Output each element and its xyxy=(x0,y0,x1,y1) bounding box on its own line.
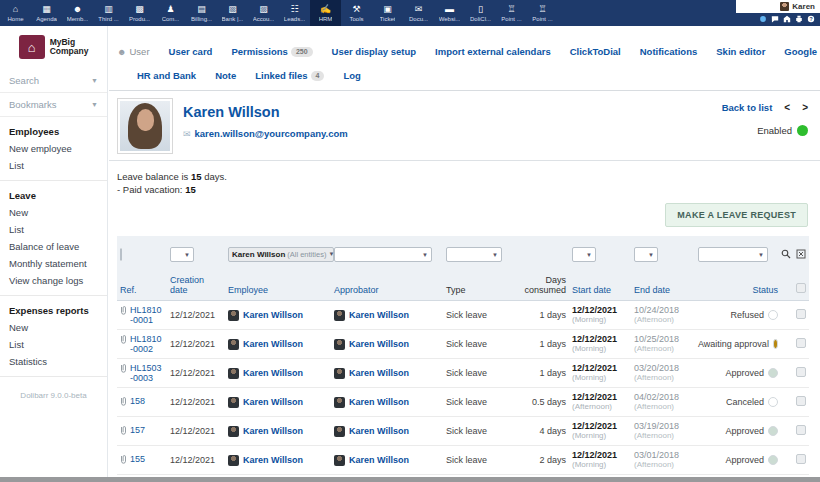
top-menu-item[interactable]: ▩ Produ... xyxy=(124,0,155,26)
employee-link[interactable]: Karen Willson xyxy=(243,397,303,407)
approbator-filter-select[interactable]: ▼ xyxy=(334,247,432,262)
tab[interactable]: HR and Bank xyxy=(137,70,196,81)
tab[interactable]: User card xyxy=(169,46,213,57)
tab[interactable]: Google setup xyxy=(784,46,820,57)
top-menu-item[interactable]: ♖ Point ... xyxy=(527,0,558,26)
tab[interactable]: Note xyxy=(215,70,236,81)
sidebar-menu-link[interactable]: New employee xyxy=(0,140,107,157)
printer-icon[interactable] xyxy=(795,15,803,23)
employee-link[interactable]: Karen Willson xyxy=(243,455,303,465)
top-menu-item-icon: ▨ xyxy=(259,4,268,15)
tab[interactable]: Import external calendars xyxy=(435,46,551,57)
approbator-link[interactable]: Karen Willson xyxy=(349,339,409,349)
make-leave-request-button[interactable]: MAKE A LEAVE REQUEST xyxy=(665,203,808,227)
top-menu-item[interactable]: ⌂ Home xyxy=(0,0,31,26)
prev-record-button[interactable]: < xyxy=(784,102,790,113)
sidebar-menu-link[interactable]: View change logs xyxy=(0,272,107,289)
notification-dot-icon[interactable] xyxy=(759,15,767,23)
clear-filters-icon[interactable] xyxy=(796,249,806,259)
approbator-link[interactable]: Karen Willson xyxy=(349,455,409,465)
ref-link[interactable]: HL1503-0003 xyxy=(130,363,164,383)
tab[interactable]: Log xyxy=(343,70,360,81)
ref-link[interactable]: HL1810-0002 xyxy=(130,334,164,354)
chat-icon[interactable] xyxy=(771,15,779,23)
sidebar-menu-link[interactable]: List xyxy=(0,157,107,174)
top-menu-item[interactable]: ✉ Docu... xyxy=(403,0,434,26)
employee-link[interactable]: Karen Willson xyxy=(243,310,303,320)
sidebar-menu-link[interactable]: List xyxy=(0,336,107,353)
search-icon[interactable] xyxy=(781,249,791,259)
row-checkbox[interactable] xyxy=(796,309,806,319)
logged-user[interactable]: Karen xyxy=(736,0,820,13)
ref-link[interactable]: 155 xyxy=(130,454,145,464)
top-menu-item[interactable]: ▧ Bank |... xyxy=(217,0,248,26)
top-menu-item[interactable]: ☻ Memb... xyxy=(62,0,93,26)
top-menu-item[interactable]: ▣ Ticket xyxy=(372,0,403,26)
top-menu-item[interactable]: ▯ DoliCl... xyxy=(465,0,496,26)
top-menu-item[interactable]: ✍ HRM xyxy=(310,0,341,26)
ref-link[interactable]: 158 xyxy=(130,396,145,406)
bookmarks-dropdown[interactable]: Bookmarks ▼ xyxy=(0,93,107,117)
tab[interactable]: ClickToDial xyxy=(570,46,621,57)
sidebar-menu-link[interactable]: Statistics xyxy=(0,353,107,370)
approbator-link[interactable]: Karen Willson xyxy=(349,310,409,320)
creation-date-filter[interactable]: ▼ xyxy=(170,247,194,262)
top-menu-item[interactable]: ♟ Com... xyxy=(155,0,186,26)
home-icon[interactable] xyxy=(783,15,791,23)
tab[interactable]: Skin editor xyxy=(716,46,765,57)
tab[interactable]: User display setup xyxy=(332,46,416,57)
top-menu-item[interactable]: ▬ Websi... xyxy=(434,0,465,26)
tab[interactable]: Permissions 250 xyxy=(231,46,312,57)
ref-filter-input[interactable] xyxy=(120,248,122,261)
search-dropdown[interactable]: Search ▼ xyxy=(0,69,107,93)
sidebar-menu-link[interactable]: List xyxy=(0,221,107,238)
top-menu-item[interactable]: ▨ Accou... xyxy=(248,0,279,26)
start-date-filter[interactable]: ▼ xyxy=(572,247,596,262)
approbator-link[interactable]: Karen Willson xyxy=(349,368,409,378)
top-menu-item-icon: ▣ xyxy=(383,4,392,15)
employee-link[interactable]: Karen Willson xyxy=(243,368,303,378)
next-record-button[interactable]: > xyxy=(802,102,808,113)
col-status[interactable]: Status xyxy=(695,272,781,301)
top-menu-item[interactable]: ☷ Leads... xyxy=(279,0,310,26)
help-icon[interactable]: ? xyxy=(807,15,815,23)
col-end-date[interactable]: End date xyxy=(631,272,695,301)
company-logo[interactable]: ⌂ MyBig Company xyxy=(0,26,107,69)
sidebar-menu-link[interactable]: New xyxy=(0,319,107,336)
status-filter-select[interactable]: ▼ xyxy=(698,247,768,262)
row-checkbox[interactable] xyxy=(796,367,806,377)
back-to-list-link[interactable]: Back to list xyxy=(722,102,773,113)
approbator-link[interactable]: Karen Willson xyxy=(349,397,409,407)
employee-filter-select[interactable]: Karen Willson (All entities) ▼ xyxy=(228,247,334,262)
row-checkbox[interactable] xyxy=(796,425,806,435)
col-start-date[interactable]: Start date xyxy=(569,272,631,301)
top-menu-item[interactable]: ▦ Agenda xyxy=(31,0,62,26)
sidebar-menu-link[interactable]: New xyxy=(0,204,107,221)
employee-link[interactable]: Karen Willson xyxy=(243,426,303,436)
sidebar-menu-link[interactable]: Balance of leave xyxy=(0,238,107,255)
approbator-link[interactable]: Karen Willson xyxy=(349,426,409,436)
sidebar-menu-link[interactable]: Monthly statement xyxy=(0,255,107,272)
ref-link[interactable]: HL1810-0001 xyxy=(130,305,164,325)
col-approbator[interactable]: Approbator xyxy=(331,272,443,301)
menu-section-title: Expenses reports xyxy=(0,300,107,319)
row-checkbox[interactable] xyxy=(796,338,806,348)
tab[interactable]: Notifications xyxy=(640,46,698,57)
top-menu-item[interactable]: ♖ Point ... xyxy=(496,0,527,26)
select-all-checkbox[interactable] xyxy=(796,283,806,293)
top-menu-item[interactable]: ⚒ Tools xyxy=(341,0,372,26)
top-menu-item[interactable]: ▥ Third ... xyxy=(93,0,124,26)
tab[interactable]: Linked files 4 xyxy=(255,70,324,81)
row-checkbox[interactable] xyxy=(796,396,806,406)
ref-link[interactable]: 157 xyxy=(130,425,145,435)
user-avatar xyxy=(334,426,345,437)
row-checkbox[interactable] xyxy=(796,454,806,464)
top-menu-item[interactable]: ▤ Billing... xyxy=(186,0,217,26)
col-ref[interactable]: Ref. xyxy=(117,272,167,301)
type-filter-select[interactable]: ▼ xyxy=(446,247,502,262)
col-employee[interactable]: Employee xyxy=(225,272,331,301)
email-link[interactable]: karen.willson@yourcompany.com xyxy=(195,128,348,139)
employee-link[interactable]: Karen Willson xyxy=(243,339,303,349)
end-date-filter[interactable]: ▼ xyxy=(634,247,658,262)
col-creation-date[interactable]: Creation date xyxy=(167,272,225,301)
